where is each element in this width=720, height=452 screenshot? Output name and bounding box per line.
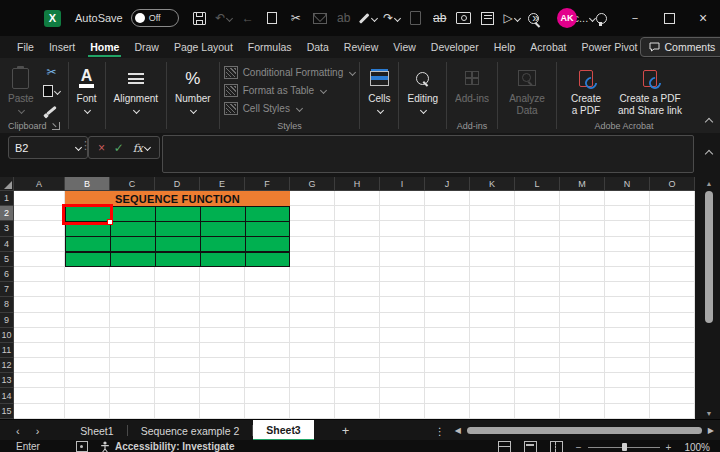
cell-C8[interactable] xyxy=(110,297,155,312)
menu-tab-insert[interactable]: Insert xyxy=(47,38,77,56)
column-header-J[interactable]: J xyxy=(425,177,470,191)
cancel-button[interactable]: × xyxy=(98,141,105,155)
row-header-13[interactable]: 13 xyxy=(0,373,14,388)
copy-button[interactable] xyxy=(40,82,64,100)
cell-J11[interactable] xyxy=(425,343,470,358)
cell-I15[interactable] xyxy=(380,404,425,419)
cell-F6[interactable] xyxy=(245,267,290,282)
cell-O12[interactable] xyxy=(650,358,695,373)
column-header-N[interactable]: N xyxy=(605,177,650,191)
cell-I11[interactable] xyxy=(380,343,425,358)
cell-M2[interactable] xyxy=(560,206,605,221)
strikethrough-icon[interactable]: ab xyxy=(429,7,451,29)
cell-O2[interactable] xyxy=(650,206,695,221)
cell-D10[interactable] xyxy=(155,328,200,343)
cell-J13[interactable] xyxy=(425,373,470,388)
cell-I9[interactable] xyxy=(380,313,425,328)
row-header-10[interactable]: 10 xyxy=(0,328,14,343)
zoom-in-button[interactable]: + xyxy=(666,442,672,452)
cell-G3[interactable] xyxy=(290,221,335,236)
cell-D13[interactable] xyxy=(155,373,200,388)
cell-I1[interactable] xyxy=(380,191,425,206)
cell-K1[interactable] xyxy=(470,191,515,206)
cell-G11[interactable] xyxy=(290,343,335,358)
search-button[interactable] xyxy=(516,0,550,36)
collapse-ribbon-button[interactable] xyxy=(706,116,712,127)
cell-G15[interactable] xyxy=(290,404,335,419)
cell-L12[interactable] xyxy=(515,358,560,373)
cell-K7[interactable] xyxy=(470,282,515,297)
macro-record-icon[interactable] xyxy=(76,441,88,452)
form-icon[interactable] xyxy=(477,7,499,29)
row-header-3[interactable]: 3 xyxy=(0,221,14,236)
cell-J9[interactable] xyxy=(425,313,470,328)
cell-E15[interactable] xyxy=(200,404,245,419)
cell-O11[interactable] xyxy=(650,343,695,358)
cell-M13[interactable] xyxy=(560,373,605,388)
cell-N3[interactable] xyxy=(605,221,650,236)
cell-H7[interactable] xyxy=(335,282,380,297)
cell-M8[interactable] xyxy=(560,297,605,312)
page-layout-view-icon[interactable] xyxy=(524,441,537,452)
cell-N7[interactable] xyxy=(605,282,650,297)
normal-view-icon[interactable] xyxy=(498,441,511,452)
cell-B12[interactable] xyxy=(65,358,110,373)
cell-M6[interactable] xyxy=(560,267,605,282)
cell-F7[interactable] xyxy=(245,282,290,297)
cell-H2[interactable] xyxy=(335,206,380,221)
cell-L11[interactable] xyxy=(515,343,560,358)
cell-O8[interactable] xyxy=(650,297,695,312)
menu-tab-help[interactable]: Help xyxy=(492,38,518,56)
analyze-data-button[interactable]: Analyze Data xyxy=(502,63,552,119)
cell-G6[interactable] xyxy=(290,267,335,282)
cell-E6[interactable] xyxy=(200,267,245,282)
close-button[interactable]: × xyxy=(686,0,720,36)
cell-J15[interactable] xyxy=(425,404,470,419)
cell-J1[interactable] xyxy=(425,191,470,206)
cell-L4[interactable] xyxy=(515,237,560,252)
cell-G12[interactable] xyxy=(290,358,335,373)
cell-N8[interactable] xyxy=(605,297,650,312)
cut-icon[interactable]: ✂ xyxy=(285,7,307,29)
menu-tab-view[interactable]: View xyxy=(391,38,418,56)
cell-J3[interactable] xyxy=(425,221,470,236)
cell-I7[interactable] xyxy=(380,282,425,297)
cell-F8[interactable] xyxy=(245,297,290,312)
horizontal-scroll-thumb[interactable] xyxy=(467,427,702,434)
cell-K14[interactable] xyxy=(470,388,515,403)
column-header-F[interactable]: F xyxy=(245,177,290,191)
dialog-launcher-icon[interactable] xyxy=(52,122,60,130)
cell-A12[interactable] xyxy=(14,358,65,373)
cell-A6[interactable] xyxy=(14,267,65,282)
cell-N1[interactable] xyxy=(605,191,650,206)
addins-button[interactable]: Add-ins xyxy=(451,63,493,108)
cell-I8[interactable] xyxy=(380,297,425,312)
cell-D14[interactable] xyxy=(155,388,200,403)
row-header-11[interactable]: 11 xyxy=(0,343,14,358)
next-sheet-button[interactable]: › xyxy=(36,425,40,437)
row-header-14[interactable]: 14 xyxy=(0,388,14,403)
new-sheet-button[interactable]: + xyxy=(326,420,366,441)
cell-J7[interactable] xyxy=(425,282,470,297)
cell-A9[interactable] xyxy=(14,313,65,328)
cut-button[interactable]: ✂ xyxy=(40,63,64,81)
cell-O6[interactable] xyxy=(650,267,695,282)
alignment-button[interactable]: Alignment xyxy=(110,63,162,116)
cell-K10[interactable] xyxy=(470,328,515,343)
cell-I3[interactable] xyxy=(380,221,425,236)
cell-I4[interactable] xyxy=(380,237,425,252)
accessibility-status[interactable]: Accessibility: Investigate xyxy=(100,441,235,452)
cell-M11[interactable] xyxy=(560,343,605,358)
paste-button[interactable]: Paste xyxy=(4,63,38,116)
cell-F11[interactable] xyxy=(245,343,290,358)
menu-tab-draw[interactable]: Draw xyxy=(132,38,161,56)
name-box[interactable]: B2 xyxy=(8,136,88,159)
cell-I2[interactable] xyxy=(380,206,425,221)
zoom-level[interactable]: 100% xyxy=(684,442,710,452)
cell-O10[interactable] xyxy=(650,328,695,343)
cell-D7[interactable] xyxy=(155,282,200,297)
cell-M15[interactable] xyxy=(560,404,605,419)
cell-G9[interactable] xyxy=(290,313,335,328)
camera-icon[interactable] xyxy=(453,7,475,29)
create-pdf-share-button[interactable]: Create a PDF and Share link xyxy=(613,63,687,119)
